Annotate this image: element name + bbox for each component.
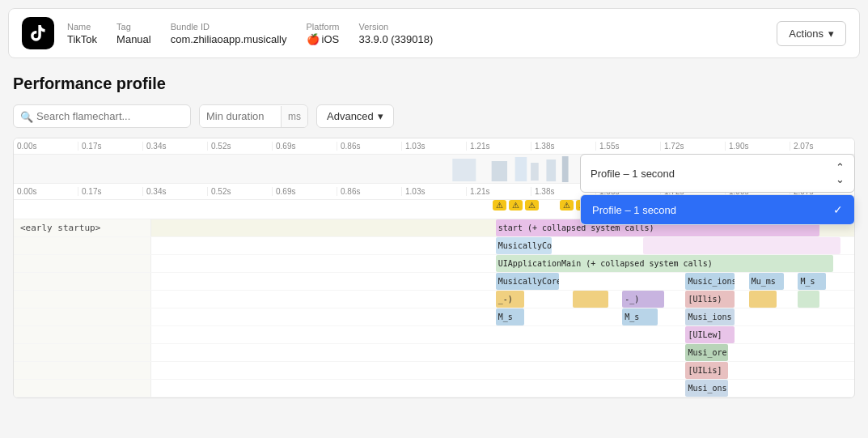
flame-block[interactable]: Musi_ions (685, 308, 735, 325)
tick-1: 0.17s (78, 142, 142, 151)
flame-block[interactable]: Music_ions (685, 273, 735, 290)
tick-10: 1.72s (660, 142, 725, 151)
table-row: UIApplicationMain (+ collapsed system ca… (14, 255, 854, 273)
flame-block[interactable]: Musi_ore (685, 344, 727, 361)
svg-rect-2 (515, 157, 527, 181)
flame-track[interactable]: [UILew] (151, 326, 854, 343)
flame-block[interactable]: Mu_ms (749, 273, 784, 290)
meta-version: Version 33.9.0 (339018) (358, 22, 433, 45)
search-icon: 🔍 (20, 110, 33, 122)
apple-icon: 🍎 (307, 33, 320, 45)
flame-track[interactable]: Musi_ons (151, 380, 854, 397)
flame-block[interactable]: [UILew] (685, 326, 735, 343)
name-label: Name (67, 22, 97, 32)
flame-block[interactable]: MusicallyCore (496, 237, 553, 254)
flame-block[interactable] (573, 291, 608, 308)
tag-label: Tag (116, 22, 151, 32)
warning-badge: ⚠ (525, 200, 539, 210)
svg-rect-0 (452, 159, 476, 181)
svg-rect-4 (546, 159, 556, 181)
advanced-button[interactable]: Advanced ▾ (316, 104, 394, 128)
timeline-ruler-top: 0.00s 0.17s 0.34s 0.52s 0.69s 0.86s 1.03… (14, 138, 854, 155)
flame-label (14, 273, 151, 290)
flame-track[interactable]: MusicallyCore functions Music_ions Mu_ms… (151, 273, 854, 290)
min-duration-wrap: ms (199, 104, 308, 128)
flame-track[interactable]: M_s M_s Musi_ions (151, 308, 854, 325)
flame-track[interactable]: UIApplicationMain (+ collapsed system ca… (151, 255, 854, 272)
version-value: 33.9.0 (339018) (358, 33, 433, 45)
bundle-id-label: Bundle ID (171, 22, 287, 32)
table-row: [UILis] (14, 362, 854, 380)
flame-block[interactable]: Musi_ons (685, 380, 727, 397)
profile-selector-current: Profile – 1 second (591, 168, 675, 180)
actions-button[interactable]: Actions ▾ (777, 21, 846, 46)
min-duration-input[interactable] (200, 105, 281, 127)
flame-track[interactable]: [UILis] (151, 362, 854, 379)
flame-block[interactable] (749, 291, 777, 308)
profile-dropdown: Profile – 1 second ✓ (580, 194, 855, 225)
tick2-6: 1.03s (401, 187, 466, 196)
app-info: Name TikTok Tag Manual Bundle ID com.zhi… (22, 17, 433, 49)
meta-platform: Platform 🍎iOS (307, 22, 340, 45)
tick2-2: 0.34s (142, 187, 207, 196)
tick2-5: 0.86s (337, 187, 401, 196)
table-row: _-) -_) [UIlis) (14, 291, 854, 308)
search-input-wrap: 🔍 (13, 104, 191, 128)
version-label: Version (358, 22, 433, 32)
tick-12: 2.07s (790, 142, 854, 151)
table-row: Musi_ons (14, 380, 854, 398)
profile-option-label: Profile – 1 second (592, 204, 676, 216)
flame-label (14, 308, 151, 325)
flame-track[interactable]: Musi_ore (151, 344, 854, 361)
tick-9: 1.55s (595, 142, 660, 151)
tick-5: 0.86s (337, 142, 401, 151)
flame-block[interactable]: _-) (496, 291, 524, 308)
table-row: MusicallyCore (14, 237, 854, 255)
table-row: M_s M_s Musi_ions (14, 308, 854, 326)
tick-4: 0.69s (272, 142, 337, 151)
flame-block[interactable]: [UILis] (685, 362, 727, 379)
tick-0: 0.00s (14, 142, 78, 151)
tick2-0: 0.00s (14, 187, 78, 196)
profile-option-1[interactable]: Profile – 1 second ✓ (581, 195, 854, 224)
name-value: TikTok (67, 33, 97, 45)
flame-block[interactable]: M_s (622, 308, 657, 325)
table-row: MusicallyCore functions Music_ions Mu_ms… (14, 273, 854, 291)
flame-label: <early startup> (14, 219, 151, 236)
flame-block[interactable]: MusicallyCore functions (496, 273, 559, 290)
platform-value: 🍎iOS (307, 33, 340, 45)
tick2-1: 0.17s (78, 187, 142, 196)
svg-rect-1 (492, 161, 507, 181)
tick-6: 1.03s (401, 142, 466, 151)
app-header: Name TikTok Tag Manual Bundle ID com.zhi… (8, 8, 860, 58)
min-duration-unit: ms (281, 106, 307, 127)
flame-block[interactable]: M_s (798, 273, 826, 290)
flame-label (14, 380, 151, 397)
flame-block[interactable]: [UIlis) (685, 291, 735, 308)
tick-3: 0.52s (207, 142, 272, 151)
profile-selector[interactable]: Profile – 1 second ⌃⌄ Profile – 1 second… (580, 154, 855, 225)
flame-label (14, 291, 151, 308)
table-row: Musi_ore (14, 344, 854, 362)
search-input[interactable] (13, 104, 191, 128)
flame-label (14, 362, 151, 379)
flame-rows: <early startup> start (+ collapsed syste… (14, 219, 854, 398)
flame-track[interactable]: _-) -_) [UIlis) (151, 291, 854, 308)
tick-11: 1.90s (725, 142, 790, 151)
flame-block[interactable] (643, 237, 840, 254)
tick-8: 1.38s (531, 142, 595, 151)
flame-block[interactable] (798, 291, 819, 308)
profile-selector-trigger[interactable]: Profile – 1 second ⌃⌄ (580, 154, 855, 193)
chevron-down-icon: ▾ (828, 28, 834, 40)
flame-block[interactable]: M_s (496, 308, 524, 325)
svg-rect-3 (531, 163, 539, 181)
tick-2: 0.34s (142, 142, 207, 151)
flame-block[interactable]: -_) (622, 291, 664, 308)
platform-label: Platform (307, 22, 340, 32)
flame-block[interactable]: UIApplicationMain (+ collapsed system ca… (496, 255, 833, 272)
tick-7: 1.21s (466, 142, 531, 151)
flame-label (14, 344, 151, 361)
checkmark-icon: ✓ (833, 203, 843, 216)
flame-label (14, 326, 151, 343)
flame-track[interactable]: MusicallyCore (151, 237, 854, 254)
